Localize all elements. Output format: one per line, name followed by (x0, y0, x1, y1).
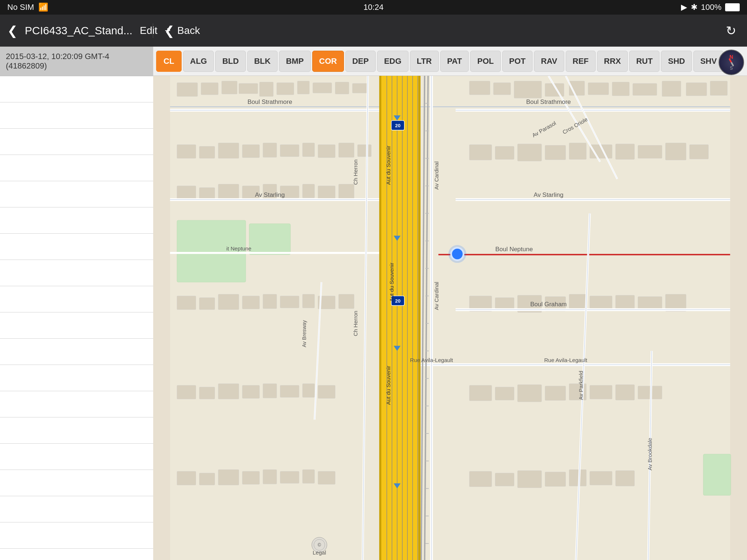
svg-rect-36 (218, 184, 239, 199)
list-item[interactable] (0, 549, 153, 560)
svg-rect-28 (302, 143, 314, 157)
status-bar-time: 10:24 (363, 3, 383, 12)
tab-rrx[interactable]: RRX (597, 51, 628, 72)
svg-rect-19 (662, 81, 681, 96)
svg-rect-89 (218, 470, 239, 485)
svg-rect-13 (514, 81, 541, 98)
list-item[interactable] (0, 444, 153, 470)
svg-rect-1 (177, 83, 198, 97)
tab-cl[interactable]: CL (156, 51, 182, 72)
svg-rect-44 (495, 146, 514, 159)
tab-shd[interactable]: SHD (661, 51, 692, 72)
svg-rect-29 (318, 145, 335, 158)
tab-rut[interactable]: RUT (629, 51, 659, 72)
list-item[interactable] (0, 234, 153, 260)
svg-rect-75 (263, 384, 277, 398)
svg-rect-31 (357, 145, 371, 157)
back-chevron-icon-map: ❮ (164, 23, 174, 38)
svg-text:Aut du Souvenir: Aut du Souvenir (388, 262, 395, 302)
list-item[interactable] (0, 181, 153, 207)
svg-rect-92 (280, 471, 299, 483)
svg-rect-87 (177, 471, 196, 485)
list-item[interactable] (0, 470, 153, 496)
svg-rect-20 (686, 83, 707, 96)
svg-rect-42 (338, 184, 354, 199)
timestamp-bar: 2015-03-12, 10:20:09 GMT-4 (41862809) (0, 47, 153, 76)
list-item[interactable] (0, 339, 153, 365)
tab-ltr[interactable]: LTR (410, 51, 439, 72)
list-item[interactable] (0, 129, 153, 155)
svg-rect-40 (302, 184, 314, 198)
svg-rect-8 (313, 83, 332, 93)
svg-text:Av Cardinal: Av Cardinal (433, 282, 440, 310)
svg-rect-57 (263, 294, 277, 309)
list-item[interactable] (0, 155, 153, 181)
svg-rect-10 (352, 83, 368, 93)
tab-rav[interactable]: RAV (534, 51, 564, 72)
svg-rect-71 (177, 385, 196, 399)
list-item[interactable] (0, 286, 153, 312)
svg-rect-16 (588, 83, 609, 95)
svg-rect-41 (318, 186, 335, 199)
svg-text:Aut du Souvenir: Aut du Souvenir (385, 146, 391, 185)
map-back-button[interactable]: ❮ Back (164, 23, 200, 38)
svg-text:Av Brookdale: Av Brookdale (647, 438, 653, 470)
tab-edg[interactable]: EDG (377, 51, 409, 72)
svg-rect-77 (302, 384, 314, 397)
svg-rect-84 (590, 385, 612, 399)
list-item[interactable] (0, 522, 153, 549)
svg-rect-52 (689, 145, 708, 159)
tab-alg[interactable]: ALG (183, 51, 214, 72)
svg-rect-21 (710, 81, 727, 96)
svg-rect-98 (545, 472, 566, 487)
tab-bmp[interactable]: BMP (279, 51, 311, 72)
svg-rect-43 (469, 145, 492, 160)
tab-bld[interactable]: BLD (215, 51, 245, 72)
svg-rect-67 (590, 296, 612, 310)
svg-rect-69 (638, 297, 662, 310)
svg-rect-17 (612, 82, 629, 96)
list-item[interactable] (0, 391, 153, 417)
tab-pol[interactable]: POL (470, 51, 500, 72)
list-item[interactable] (0, 207, 153, 234)
tab-cor[interactable]: COR (312, 51, 344, 72)
tab-pot[interactable]: POT (502, 51, 533, 72)
svg-rect-95 (469, 471, 492, 487)
tab-ref[interactable]: REF (566, 51, 596, 72)
map-area[interactable]: CLALGBLDBLKBMPCORDEPEDGLTRPATPOLPOTRAVRE… (153, 47, 747, 560)
list-item[interactable] (0, 365, 153, 391)
svg-rect-78 (318, 385, 335, 398)
legal-label: Legal (313, 549, 326, 556)
svg-rect-80 (495, 387, 514, 400)
back-chevron-icon[interactable]: ❮ (7, 23, 18, 38)
list-item[interactable] (0, 417, 153, 444)
svg-text:it Neptune: it Neptune (227, 245, 252, 252)
list-item[interactable] (0, 102, 153, 129)
list-item[interactable] (0, 76, 153, 102)
svg-rect-22 (177, 145, 196, 159)
svg-rect-74 (242, 385, 259, 398)
svg-rect-79 (469, 385, 492, 401)
refresh-button[interactable]: ↻ (726, 23, 736, 38)
svg-rect-18 (633, 83, 657, 96)
svg-text:20: 20 (395, 123, 400, 128)
svg-rect-33 (249, 224, 290, 255)
svg-rect-47 (569, 143, 586, 159)
list-item[interactable] (0, 312, 153, 339)
tab-pat[interactable]: PAT (440, 51, 469, 72)
svg-rect-27 (280, 145, 299, 157)
location-icon: ▶ (681, 3, 687, 12)
list-item[interactable] (0, 260, 153, 286)
svg-rect-100 (590, 471, 612, 485)
svg-text:Boul Graham: Boul Graham (530, 301, 567, 308)
svg-rect-9 (335, 82, 349, 94)
svg-rect-82 (545, 386, 566, 401)
svg-rect-4 (239, 83, 258, 94)
tab-dep[interactable]: DEP (345, 51, 376, 72)
svg-rect-5 (259, 82, 273, 97)
tab-blk[interactable]: BLK (247, 51, 278, 72)
svg-rect-24 (218, 143, 239, 158)
compass: N S (719, 50, 744, 75)
svg-rect-94 (318, 471, 335, 485)
list-item[interactable] (0, 496, 153, 522)
